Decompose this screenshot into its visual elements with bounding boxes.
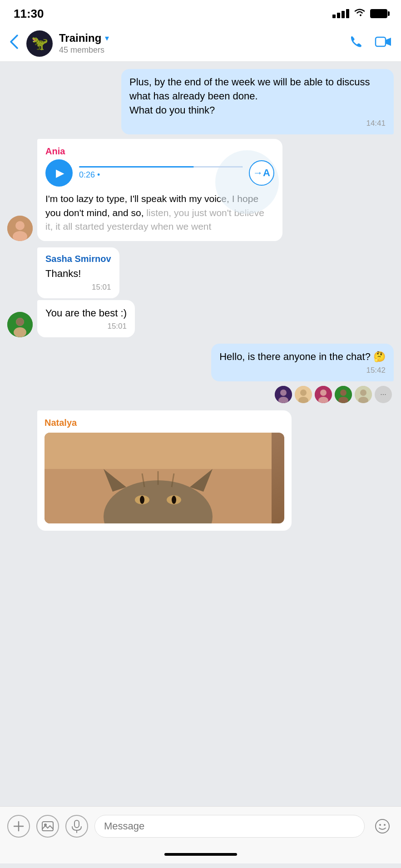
bottom-bar bbox=[0, 806, 401, 845]
svg-point-9 bbox=[16, 318, 24, 326]
wifi-icon bbox=[354, 8, 366, 20]
signal-icon bbox=[332, 9, 349, 18]
svg-point-14 bbox=[300, 390, 307, 396]
group-name: Training bbox=[59, 32, 101, 44]
message-time: 14:41 bbox=[129, 119, 386, 128]
mic-button[interactable] bbox=[65, 815, 88, 838]
back-button[interactable] bbox=[9, 34, 19, 53]
group-name-row: Training ▾ bbox=[59, 32, 348, 44]
emoji-button[interactable] bbox=[371, 815, 394, 838]
outgoing-bubble: Hello, is there anyone in the chat? 🤔 15… bbox=[211, 344, 394, 381]
sender-name: Natalya bbox=[45, 418, 284, 428]
chat-area: Plus, by the end of the week we will be … bbox=[0, 62, 401, 806]
status-icons bbox=[332, 8, 387, 20]
svg-rect-26 bbox=[45, 433, 272, 469]
voice-progress-bar bbox=[79, 166, 243, 168]
header-actions bbox=[348, 34, 392, 53]
svg-point-8 bbox=[14, 327, 26, 337]
status-time: 11:30 bbox=[14, 7, 44, 21]
svg-point-23 bbox=[360, 390, 366, 396]
voice-progress: 0:26 • bbox=[79, 166, 243, 180]
outgoing-bubble: Plus, by the end of the week we will be … bbox=[121, 69, 394, 134]
translate-button[interactable]: →A bbox=[249, 160, 274, 186]
member-count: 45 members bbox=[59, 45, 348, 55]
group-avatar: 🦖 bbox=[26, 30, 53, 57]
message-time: 15:42 bbox=[219, 366, 386, 375]
receipt-avatar bbox=[335, 386, 352, 403]
image-button[interactable] bbox=[36, 815, 59, 838]
message-row: Ania ▶ 0:26 • →A bbox=[7, 139, 394, 241]
svg-point-11 bbox=[280, 390, 287, 396]
svg-point-17 bbox=[320, 390, 327, 396]
status-bar: 11:30 bbox=[0, 0, 401, 25]
message-time: 15:01 bbox=[45, 322, 127, 331]
home-indicator bbox=[0, 845, 401, 863]
svg-text:🦖: 🦖 bbox=[31, 35, 49, 51]
translate-icon: →A bbox=[253, 167, 270, 179]
message-row: Natalya bbox=[7, 410, 394, 531]
receipt-avatar bbox=[355, 386, 372, 403]
chat-header: 🦖 Training ▾ 45 members bbox=[0, 25, 401, 62]
chevron-down-icon[interactable]: ▾ bbox=[105, 33, 109, 43]
svg-point-43 bbox=[376, 819, 389, 833]
avatar bbox=[7, 312, 33, 337]
message-row: Plus, by the end of the week we will be … bbox=[7, 69, 394, 134]
incoming-bubble: You are the best :) 15:01 bbox=[37, 300, 135, 338]
svg-point-44 bbox=[379, 824, 381, 826]
battery-icon bbox=[370, 9, 387, 18]
incoming-bubble: Sasha Smirnov Thanks! 15:01 bbox=[37, 247, 119, 298]
message-text: Thanks! bbox=[45, 267, 111, 281]
svg-point-36 bbox=[172, 496, 176, 504]
video-call-button[interactable] bbox=[375, 35, 392, 51]
play-icon: ▶ bbox=[56, 167, 64, 179]
svg-point-35 bbox=[140, 496, 144, 504]
message-row: You are the best :) 15:01 bbox=[7, 300, 394, 338]
home-bar bbox=[164, 853, 237, 856]
svg-point-45 bbox=[384, 824, 386, 826]
receipt-avatar bbox=[315, 386, 332, 403]
message-row: Sasha Smirnov Thanks! 15:01 bbox=[7, 247, 394, 298]
image-bubble: Natalya bbox=[37, 410, 292, 531]
more-receipts-button[interactable]: ··· bbox=[375, 386, 392, 403]
cat-image bbox=[45, 433, 284, 523]
avatar bbox=[7, 216, 33, 241]
call-button[interactable] bbox=[348, 34, 364, 53]
svg-rect-41 bbox=[74, 820, 79, 828]
voice-duration: 0:26 • bbox=[79, 170, 243, 180]
message-time: 15:01 bbox=[45, 283, 111, 292]
receipt-avatar bbox=[295, 386, 312, 403]
add-button[interactable] bbox=[7, 815, 30, 838]
header-info: Training ▾ 45 members bbox=[59, 32, 348, 55]
sender-name: Sasha Smirnov bbox=[45, 254, 111, 264]
svg-rect-2 bbox=[376, 37, 386, 46]
read-receipts-row: ··· bbox=[7, 386, 392, 403]
message-text: You are the best :) bbox=[45, 306, 127, 321]
svg-point-20 bbox=[340, 390, 347, 396]
message-text: Plus, by the end of the week we will be … bbox=[129, 75, 386, 117]
receipt-avatar bbox=[275, 386, 292, 403]
play-button[interactable]: ▶ bbox=[45, 159, 73, 187]
voice-message-bubble: Ania ▶ 0:26 • →A bbox=[37, 139, 282, 241]
svg-rect-39 bbox=[42, 822, 53, 831]
message-input[interactable] bbox=[94, 815, 365, 838]
svg-point-4 bbox=[15, 221, 25, 230]
message-row: Hello, is there anyone in the chat? 🤔 15… bbox=[7, 344, 394, 381]
message-text: Hello, is there anyone in the chat? 🤔 bbox=[219, 350, 386, 364]
